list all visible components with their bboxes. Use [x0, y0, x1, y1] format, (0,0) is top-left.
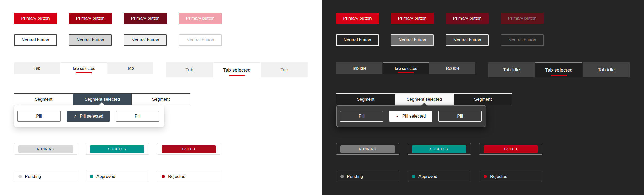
neutral-button-pressed[interactable]: Neutral button: [69, 34, 112, 46]
status-badge-success: SUCCESS: [412, 145, 466, 153]
status-label: Pending: [25, 174, 41, 179]
status-label: Rejected: [490, 174, 507, 179]
pill-selected[interactable]: ✓ Pill selected: [389, 111, 432, 122]
neutral-button-row: Neutral button Neutral button Neutral bu…: [14, 34, 234, 46]
status-dot-icon: [18, 175, 22, 178]
tab-selected[interactable]: Tab selected: [535, 62, 582, 77]
pill-popover-card: Pill ✓ Pill selected Pill: [14, 105, 164, 127]
primary-button-hover[interactable]: Primary button: [69, 13, 112, 24]
tab-idle[interactable]: Tab: [166, 62, 213, 77]
status-item-approved: Approved: [86, 171, 149, 182]
primary-button-row: Primary button Primary button Primary bu…: [336, 13, 556, 24]
primary-button-default[interactable]: Primary button: [14, 13, 57, 24]
pill-selected[interactable]: ✓ Pill selected: [67, 111, 110, 122]
popover-arrow-icon: [421, 103, 428, 106]
segment-idle[interactable]: Segment: [14, 94, 73, 105]
primary-button-row: Primary button Primary button Primary bu…: [14, 13, 234, 24]
pill-idle[interactable]: Pill: [17, 111, 61, 122]
status-item-pending: Pending: [336, 171, 399, 182]
badge-container: SUCCESS: [86, 143, 149, 155]
theme-panel-light: Primary button Primary button Primary bu…: [0, 0, 322, 195]
tab-group-small: Tab idle Tab selected Tab idle: [336, 62, 475, 74]
status-item-rejected: Rejected: [479, 171, 542, 182]
primary-button-disabled: Primary button: [179, 13, 222, 24]
check-icon: ✓: [73, 113, 77, 119]
status-label: Pending: [347, 174, 363, 179]
tab-selected[interactable]: Tab selected: [61, 62, 107, 74]
neutral-button-default[interactable]: Neutral button: [336, 34, 379, 46]
neutral-button-hover[interactable]: Neutral button: [124, 34, 167, 46]
neutral-button-disabled: Neutral button: [179, 34, 222, 46]
badge-container: RUNNING: [14, 143, 77, 155]
pill-popover-card: Pill ✓ Pill selected Pill: [336, 105, 486, 127]
tab-group-small: Tab Tab selected Tab: [14, 62, 153, 74]
pill-idle[interactable]: Pill: [438, 111, 482, 122]
segment-idle[interactable]: Segment: [336, 94, 395, 105]
primary-button-hover[interactable]: Primary button: [391, 13, 434, 24]
tab-selected[interactable]: Tab selected: [213, 62, 260, 77]
status-dot-icon: [162, 175, 165, 178]
tab-row: Tab Tab selected Tab Tab Tab selected Ta…: [14, 62, 308, 77]
status-badge-failed: FAILED: [162, 145, 216, 153]
status-badge-success: SUCCESS: [90, 145, 144, 153]
theme-panel-dark: Primary button Primary button Primary bu…: [322, 0, 644, 195]
pill-selected-label: Pill selected: [80, 114, 103, 119]
tab-row: Tab idle Tab selected Tab idle Tab idle …: [336, 62, 630, 77]
tab-idle[interactable]: Tab: [14, 62, 60, 74]
status-badge-failed: FAILED: [484, 145, 538, 153]
tab-idle[interactable]: Tab idle: [336, 62, 382, 74]
popover-arrow-icon: [99, 102, 105, 105]
segment-idle[interactable]: Segment: [453, 94, 512, 105]
badge-container: FAILED: [157, 143, 220, 155]
status-item-pending: Pending: [14, 171, 77, 182]
neutral-button-hover[interactable]: Neutral button: [446, 34, 489, 46]
neutral-button-default[interactable]: Neutral button: [14, 34, 57, 46]
status-label: Approved: [418, 174, 437, 179]
primary-button-default[interactable]: Primary button: [336, 13, 379, 24]
primary-button-disabled: Primary button: [501, 13, 544, 24]
badge-row: RUNNING SUCCESS FAILED: [14, 143, 229, 155]
tab-group-large: Tab idle Tab selected Tab idle: [488, 62, 630, 77]
badge-container: SUCCESS: [408, 143, 471, 155]
tab-group-large: Tab Tab selected Tab: [166, 62, 308, 77]
status-row: Pending Approved Rejected: [14, 171, 229, 182]
primary-button-pressed[interactable]: Primary button: [124, 13, 167, 24]
primary-button-pressed[interactable]: Primary button: [446, 13, 489, 24]
neutral-button-disabled: Neutral button: [501, 34, 544, 46]
tab-idle[interactable]: Tab: [261, 62, 308, 77]
tab-idle[interactable]: Tab idle: [429, 62, 475, 74]
status-badge-running: RUNNING: [340, 145, 395, 153]
badge-container: FAILED: [479, 143, 542, 155]
tab-idle[interactable]: Tab idle: [583, 62, 630, 77]
status-dot-icon: [90, 175, 93, 178]
status-item-rejected: Rejected: [157, 171, 220, 182]
status-badge-running: RUNNING: [18, 145, 73, 153]
segment-idle[interactable]: Segment: [131, 94, 190, 105]
check-icon: ✓: [396, 113, 400, 119]
status-label: Approved: [96, 174, 115, 179]
status-dot-icon: [412, 175, 415, 178]
pill-idle[interactable]: Pill: [116, 111, 159, 122]
status-item-approved: Approved: [408, 171, 471, 182]
pill-selected-label: Pill selected: [402, 114, 426, 119]
tab-idle[interactable]: Tab idle: [488, 62, 535, 77]
badge-row: RUNNING SUCCESS FAILED: [336, 143, 551, 155]
pill-idle[interactable]: Pill: [340, 111, 383, 122]
badge-container: RUNNING: [336, 143, 399, 155]
tab-idle[interactable]: Tab: [107, 62, 153, 74]
status-label: Rejected: [168, 174, 185, 179]
tab-selected[interactable]: Tab selected: [383, 62, 429, 74]
neutral-button-pressed[interactable]: Neutral button: [391, 34, 434, 46]
status-row: Pending Approved Rejected: [336, 171, 551, 182]
status-dot-icon: [484, 175, 487, 178]
status-dot-icon: [340, 175, 344, 178]
neutral-button-row: Neutral button Neutral button Neutral bu…: [336, 34, 556, 46]
